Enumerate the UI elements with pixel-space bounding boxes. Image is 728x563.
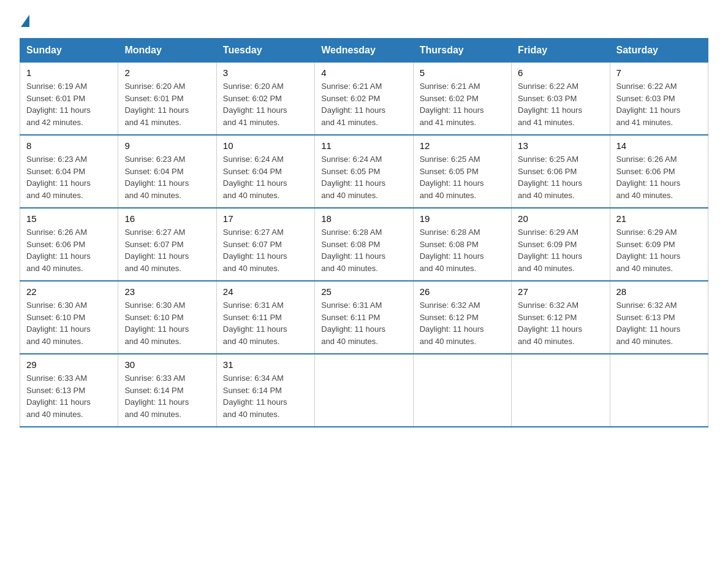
day-info: Sunrise: 6:25 AM Sunset: 6:05 PM Dayligh…: [420, 153, 505, 201]
calendar-cell: 16 Sunrise: 6:27 AM Sunset: 6:07 PM Dayl…: [118, 208, 216, 281]
day-number: 19: [420, 213, 505, 224]
day-number: 4: [321, 67, 406, 78]
day-number: 31: [223, 359, 308, 370]
day-number: 17: [223, 213, 308, 224]
calendar-cell: 13 Sunrise: 6:25 AM Sunset: 6:06 PM Dayl…: [512, 135, 610, 208]
calendar-cell: [512, 354, 610, 427]
day-info: Sunrise: 6:32 AM Sunset: 6:12 PM Dayligh…: [518, 299, 603, 347]
calendar-cell: 22 Sunrise: 6:30 AM Sunset: 6:10 PM Dayl…: [20, 281, 118, 354]
calendar-table: SundayMondayTuesdayWednesdayThursdayFrid…: [20, 38, 708, 427]
day-info: Sunrise: 6:25 AM Sunset: 6:06 PM Dayligh…: [518, 153, 603, 201]
day-number: 1: [26, 67, 112, 78]
day-number: 26: [420, 286, 505, 297]
calendar-week-row: 15 Sunrise: 6:26 AM Sunset: 6:06 PM Dayl…: [20, 208, 708, 281]
calendar-cell: 19 Sunrise: 6:28 AM Sunset: 6:08 PM Dayl…: [413, 208, 511, 281]
day-info: Sunrise: 6:34 AM Sunset: 6:14 PM Dayligh…: [223, 372, 308, 420]
day-number: 10: [223, 140, 308, 151]
day-info: Sunrise: 6:26 AM Sunset: 6:06 PM Dayligh…: [616, 153, 702, 201]
calendar-cell: 27 Sunrise: 6:32 AM Sunset: 6:12 PM Dayl…: [512, 281, 610, 354]
day-info: Sunrise: 6:20 AM Sunset: 6:02 PM Dayligh…: [223, 80, 308, 128]
calendar-cell: [413, 354, 511, 427]
day-number: 15: [26, 213, 112, 224]
calendar-cell: 9 Sunrise: 6:23 AM Sunset: 6:04 PM Dayli…: [118, 135, 216, 208]
day-number: 2: [124, 67, 210, 78]
day-number: 20: [518, 213, 603, 224]
calendar-cell: 11 Sunrise: 6:24 AM Sunset: 6:05 PM Dayl…: [315, 135, 413, 208]
day-info: Sunrise: 6:22 AM Sunset: 6:03 PM Dayligh…: [616, 80, 702, 128]
calendar-cell: 5 Sunrise: 6:21 AM Sunset: 6:02 PM Dayli…: [413, 63, 511, 136]
calendar-week-row: 8 Sunrise: 6:23 AM Sunset: 6:04 PM Dayli…: [20, 135, 708, 208]
weekday-header-tuesday: Tuesday: [216, 39, 314, 63]
day-number: 11: [321, 140, 406, 151]
calendar-cell: 7 Sunrise: 6:22 AM Sunset: 6:03 PM Dayli…: [610, 63, 708, 136]
day-info: Sunrise: 6:23 AM Sunset: 6:04 PM Dayligh…: [26, 153, 112, 201]
day-number: 24: [223, 286, 308, 297]
day-info: Sunrise: 6:27 AM Sunset: 6:07 PM Dayligh…: [124, 226, 210, 274]
calendar-cell: 10 Sunrise: 6:24 AM Sunset: 6:04 PM Dayl…: [216, 135, 314, 208]
day-number: 30: [124, 359, 210, 370]
day-info: Sunrise: 6:33 AM Sunset: 6:14 PM Dayligh…: [124, 372, 210, 420]
day-number: 6: [518, 67, 603, 78]
day-info: Sunrise: 6:30 AM Sunset: 6:10 PM Dayligh…: [124, 299, 210, 347]
day-info: Sunrise: 6:28 AM Sunset: 6:08 PM Dayligh…: [321, 226, 406, 274]
calendar-cell: 6 Sunrise: 6:22 AM Sunset: 6:03 PM Dayli…: [512, 63, 610, 136]
weekday-header-wednesday: Wednesday: [315, 39, 413, 63]
weekday-header-monday: Monday: [118, 39, 216, 63]
day-info: Sunrise: 6:19 AM Sunset: 6:01 PM Dayligh…: [26, 80, 112, 128]
calendar-cell: 30 Sunrise: 6:33 AM Sunset: 6:14 PM Dayl…: [118, 354, 216, 427]
day-number: 5: [420, 67, 505, 78]
calendar-week-row: 1 Sunrise: 6:19 AM Sunset: 6:01 PM Dayli…: [20, 63, 708, 136]
day-number: 29: [26, 359, 112, 370]
calendar-cell: 26 Sunrise: 6:32 AM Sunset: 6:12 PM Dayl…: [413, 281, 511, 354]
calendar-week-row: 22 Sunrise: 6:30 AM Sunset: 6:10 PM Dayl…: [20, 281, 708, 354]
day-info: Sunrise: 6:24 AM Sunset: 6:05 PM Dayligh…: [321, 153, 406, 201]
calendar-cell: 8 Sunrise: 6:23 AM Sunset: 6:04 PM Dayli…: [20, 135, 118, 208]
day-info: Sunrise: 6:21 AM Sunset: 6:02 PM Dayligh…: [420, 80, 505, 128]
calendar-cell: 3 Sunrise: 6:20 AM Sunset: 6:02 PM Dayli…: [216, 63, 314, 136]
weekday-header-friday: Friday: [512, 39, 610, 63]
day-info: Sunrise: 6:26 AM Sunset: 6:06 PM Dayligh…: [26, 226, 112, 274]
day-info: Sunrise: 6:22 AM Sunset: 6:03 PM Dayligh…: [518, 80, 603, 128]
calendar-cell: 17 Sunrise: 6:27 AM Sunset: 6:07 PM Dayl…: [216, 208, 314, 281]
day-info: Sunrise: 6:33 AM Sunset: 6:13 PM Dayligh…: [26, 372, 112, 420]
calendar-cell: 24 Sunrise: 6:31 AM Sunset: 6:11 PM Dayl…: [216, 281, 314, 354]
weekday-header-row: SundayMondayTuesdayWednesdayThursdayFrid…: [20, 39, 708, 63]
calendar-cell: 1 Sunrise: 6:19 AM Sunset: 6:01 PM Dayli…: [20, 63, 118, 136]
weekday-header-saturday: Saturday: [610, 39, 708, 63]
day-number: 8: [26, 140, 112, 151]
calendar-cell: [610, 354, 708, 427]
day-number: 28: [616, 286, 702, 297]
day-info: Sunrise: 6:30 AM Sunset: 6:10 PM Dayligh…: [26, 299, 112, 347]
day-number: 21: [616, 213, 702, 224]
day-number: 16: [124, 213, 210, 224]
calendar-cell: 15 Sunrise: 6:26 AM Sunset: 6:06 PM Dayl…: [20, 208, 118, 281]
day-info: Sunrise: 6:21 AM Sunset: 6:02 PM Dayligh…: [321, 80, 406, 128]
day-info: Sunrise: 6:29 AM Sunset: 6:09 PM Dayligh…: [616, 226, 702, 274]
day-info: Sunrise: 6:32 AM Sunset: 6:13 PM Dayligh…: [616, 299, 702, 347]
weekday-header-sunday: Sunday: [20, 39, 118, 63]
calendar-cell: 12 Sunrise: 6:25 AM Sunset: 6:05 PM Dayl…: [413, 135, 511, 208]
day-number: 18: [321, 213, 406, 224]
calendar-cell: 28 Sunrise: 6:32 AM Sunset: 6:13 PM Dayl…: [610, 281, 708, 354]
logo: [20, 15, 31, 27]
day-number: 23: [124, 286, 210, 297]
day-number: 7: [616, 67, 702, 78]
calendar-cell: [315, 354, 413, 427]
calendar-cell: 25 Sunrise: 6:31 AM Sunset: 6:11 PM Dayl…: [315, 281, 413, 354]
calendar-cell: 4 Sunrise: 6:21 AM Sunset: 6:02 PM Dayli…: [315, 63, 413, 136]
day-number: 9: [124, 140, 210, 151]
calendar-cell: 20 Sunrise: 6:29 AM Sunset: 6:09 PM Dayl…: [512, 208, 610, 281]
weekday-header-thursday: Thursday: [413, 39, 511, 63]
day-number: 13: [518, 140, 603, 151]
day-info: Sunrise: 6:28 AM Sunset: 6:08 PM Dayligh…: [420, 226, 505, 274]
day-info: Sunrise: 6:20 AM Sunset: 6:01 PM Dayligh…: [124, 80, 210, 128]
logo-triangle-icon: [21, 15, 29, 27]
calendar-cell: 23 Sunrise: 6:30 AM Sunset: 6:10 PM Dayl…: [118, 281, 216, 354]
day-number: 14: [616, 140, 702, 151]
calendar-cell: 2 Sunrise: 6:20 AM Sunset: 6:01 PM Dayli…: [118, 63, 216, 136]
day-info: Sunrise: 6:32 AM Sunset: 6:12 PM Dayligh…: [420, 299, 505, 347]
day-info: Sunrise: 6:29 AM Sunset: 6:09 PM Dayligh…: [518, 226, 603, 274]
calendar-cell: 31 Sunrise: 6:34 AM Sunset: 6:14 PM Dayl…: [216, 354, 314, 427]
day-number: 22: [26, 286, 112, 297]
calendar-cell: 21 Sunrise: 6:29 AM Sunset: 6:09 PM Dayl…: [610, 208, 708, 281]
